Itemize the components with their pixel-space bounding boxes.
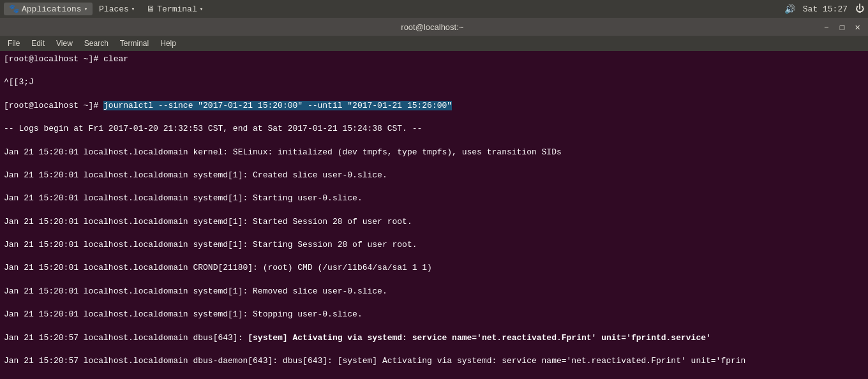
line-5: Jan 21 15:20:01 localhost.localdomain ke… (4, 147, 864, 158)
terminal-window: root@localhost:~ – ❐ ✕ File Edit View Se… (0, 18, 868, 379)
topbar-left: 🐾 Applications ▾ Places ▾ 🖥 Terminal ▾ (4, 3, 208, 15)
line-6: Jan 21 15:20:01 localhost.localdomain sy… (4, 170, 864, 181)
menu-file[interactable]: File (3, 38, 25, 49)
line-4: -- Logs begin at Fri 2017-01-20 21:32:53… (4, 123, 864, 135)
line-1: [root@localhost ~]# clear (4, 54, 864, 65)
power-icon[interactable]: ⏻ (855, 4, 864, 14)
places-label: Places (99, 4, 129, 14)
terminal-icon: 🖥 (146, 4, 154, 14)
system-topbar: 🐾 Applications ▾ Places ▾ 🖥 Terminal ▾ 🔊… (0, 0, 868, 18)
line-3: [root@localhost ~]# journalctl --since "… (4, 100, 864, 112)
line-8: Jan 21 15:20:01 localhost.localdomain sy… (4, 216, 864, 228)
close-button[interactable]: ✕ (853, 22, 863, 33)
places-arrow-icon: ▾ (131, 6, 135, 13)
terminal-output[interactable]: [root@localhost ~]# clear ^[[3;J [root@l… (0, 51, 868, 379)
places-menu[interactable]: Places ▾ (94, 3, 140, 15)
apps-icon: 🐾 (9, 4, 19, 14)
applications-menu[interactable]: 🐾 Applications ▾ (4, 3, 93, 15)
terminal-menu[interactable]: 🖥 Terminal ▾ (141, 3, 208, 15)
volume-icon[interactable]: 🔊 (784, 4, 795, 15)
line-2: ^[[3;J (4, 77, 864, 88)
line-7: Jan 21 15:20:01 localhost.localdomain sy… (4, 193, 864, 204)
line-12: Jan 21 15:20:01 localhost.localdomain sy… (4, 309, 864, 320)
menu-view[interactable]: View (51, 38, 78, 49)
line-9: Jan 21 15:20:01 localhost.localdomain sy… (4, 239, 864, 251)
window-controls: – ❐ ✕ (821, 22, 863, 33)
minimize-button[interactable]: – (821, 22, 832, 33)
datetime-label: Sat 15:27 (803, 4, 848, 14)
menu-search[interactable]: Search (79, 38, 114, 49)
topbar-right: 🔊 Sat 15:27 ⏻ (784, 4, 864, 15)
line-14: Jan 21 15:20:57 localhost.localdomain db… (4, 355, 864, 367)
line-13: Jan 21 15:20:57 localhost.localdomain db… (4, 332, 864, 344)
menu-edit[interactable]: Edit (26, 38, 50, 49)
window-title: root@localhost:~ (43, 22, 821, 32)
terminal-arrow-icon: ▾ (200, 6, 203, 13)
apps-label: Applications (22, 4, 82, 14)
maximize-button[interactable]: ❐ (837, 22, 847, 33)
title-bar: root@localhost:~ – ❐ ✕ (0, 18, 868, 36)
menu-help[interactable]: Help (155, 38, 181, 49)
line-11: Jan 21 15:20:01 localhost.localdomain sy… (4, 286, 864, 297)
apps-arrow-icon: ▾ (84, 6, 87, 13)
terminal-label: Terminal (157, 4, 197, 14)
terminal-menubar: File Edit View Search Terminal Help (0, 36, 868, 51)
line-10: Jan 21 15:20:01 localhost.localdomain CR… (4, 262, 864, 274)
menu-terminal[interactable]: Terminal (115, 38, 154, 49)
